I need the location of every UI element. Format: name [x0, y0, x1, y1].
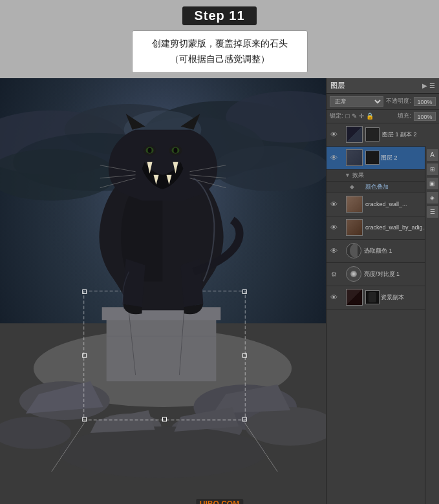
layer-visibility-icon[interactable]: 👁: [329, 153, 338, 162]
canvas-area[interactable]: [0, 78, 326, 504]
instruction-box: 创建剪切蒙版，覆盖掉原来的石头 （可根据自己感觉调整）: [132, 30, 308, 73]
layers-panel-header: 图层 ▶ ☰: [327, 78, 439, 94]
scene-svg: [0, 78, 326, 504]
layer-visibility-icon[interactable]: 👁: [329, 200, 338, 209]
layer-row[interactable]: ⚙ 亮度/对比度 1: [327, 263, 439, 286]
opacity-value[interactable]: 100%: [414, 97, 436, 106]
instruction-area: Step 11 创建剪切蒙版，覆盖掉原来的石头 （可根据自己感觉调整）: [0, 0, 439, 78]
layer-row[interactable]: 👁 图层 2 fx: [327, 147, 439, 170]
layer-mask-thumbnail: [365, 151, 380, 165]
effect-name: 颜色叠加: [356, 183, 389, 191]
layer-link-icon: [339, 294, 346, 300]
lock-label: 锁定:: [330, 112, 343, 120]
layer-link-icon: [339, 247, 346, 254]
layer-link-icon: [339, 131, 346, 138]
canvas-image: [0, 78, 326, 504]
layer-mask-thumbnail: [365, 290, 380, 304]
layers-panel: 图层 ▶ ☰ 正常 不透明度: 100% 锁定: □ ✎ ✛ 🔒 填充: 10: [326, 78, 439, 504]
layer-link-icon: [339, 201, 346, 207]
svg-point-42: [148, 147, 152, 152]
effects-group-row: ▼ 效果: [327, 170, 439, 182]
effects-arrow-icon: ▼: [345, 172, 350, 178]
layer-mode-row: 正常 不透明度: 100%: [327, 94, 439, 110]
lock-icons: □ ✎ ✛ 🔒: [346, 112, 374, 120]
layer-thumbnail: [346, 243, 361, 258]
layer-thumbnail: [346, 149, 363, 166]
layer-row[interactable]: 👁 资景副本: [327, 286, 439, 310]
lock-move-icon[interactable]: ✛: [359, 112, 364, 120]
svg-point-45: [173, 147, 177, 152]
layer-thumbnail: [346, 219, 363, 236]
lock-paint-icon[interactable]: ✎: [352, 112, 357, 120]
instruction-line1: 创建剪切蒙版，覆盖掉原来的石头: [152, 36, 288, 52]
layer-visibility-icon[interactable]: 👁: [329, 293, 338, 302]
layer-thumbnail: [346, 126, 363, 143]
fill-label: 填充:: [398, 112, 411, 120]
svg-rect-24: [107, 310, 217, 381]
layers-list[interactable]: 👁 图层 1 副本 2 👁 图层 2 fx ▼ 效果 ◆: [327, 123, 439, 504]
layer-link-icon: [339, 154, 346, 161]
lock-transparency-icon[interactable]: □: [346, 112, 350, 120]
fill-value[interactable]: 100%: [414, 112, 436, 121]
toolbar-icon-3[interactable]: ▣: [427, 178, 438, 189]
far-right-toolbar: A ⊞ ▣ ◈ ☰: [425, 146, 439, 504]
layer-link-icon: [339, 271, 346, 277]
layers-collapse-icon[interactable]: ▶: [422, 82, 427, 89]
blend-mode-select[interactable]: 正常: [330, 96, 383, 107]
layer-name: 图层 2: [381, 154, 431, 162]
layers-header-icons: ▶ ☰: [422, 82, 435, 89]
layer-name: 图层 1 副本 2: [382, 131, 436, 139]
svg-point-19: [59, 426, 266, 478]
toolbar-icon-1[interactable]: A: [427, 149, 438, 161]
layer-visibility-icon[interactable]: 👁: [329, 223, 338, 232]
layer-thumbnail: [346, 196, 363, 213]
toolbar-icon-2[interactable]: ⊞: [427, 163, 438, 175]
main-content: 图层 ▶ ☰ 正常 不透明度: 100% 锁定: □ ✎ ✛ 🔒 填充: 10: [0, 78, 439, 504]
toolbar-icon-5[interactable]: ☰: [427, 206, 438, 218]
layer-visibility-icon[interactable]: ⚙: [329, 269, 338, 278]
lock-row: 锁定: □ ✎ ✛ 🔒 填充: 100%: [327, 110, 439, 123]
layer-mask-thumbnail: [365, 127, 380, 142]
layers-panel-title: 图层: [330, 81, 345, 90]
instruction-line2: （可根据自己感觉调整）: [152, 52, 288, 67]
effects-group-name: 效果: [352, 171, 364, 180]
layer-row[interactable]: 👁 选取颜色 1: [327, 240, 439, 263]
layer-row[interactable]: 👁 cracked_wall_by_adig...: [327, 216, 439, 240]
effect-diamond-icon: ◆: [350, 184, 354, 190]
svg-point-9: [213, 145, 326, 191]
layer-row[interactable]: 👁 cracked_wall_...: [327, 193, 439, 216]
opacity-label: 不透明度:: [386, 97, 411, 105]
lock-all-icon[interactable]: 🔒: [366, 112, 374, 120]
layer-thumbnail: [346, 289, 363, 306]
step-label: Step 11: [182, 6, 256, 25]
layer-visibility-icon[interactable]: 👁: [329, 130, 338, 139]
toolbar-icon-4[interactable]: ◈: [427, 192, 438, 204]
effect-row: ◆ 颜色叠加: [327, 182, 439, 193]
layer-row[interactable]: 👁 图层 1 副本 2: [327, 123, 439, 147]
watermark: UIBQ.COM: [196, 499, 243, 504]
layer-thumbnail: [346, 266, 361, 282]
layers-menu-icon[interactable]: ☰: [429, 82, 435, 89]
layer-link-icon: [339, 224, 346, 231]
layer-visibility-icon[interactable]: 👁: [329, 246, 338, 255]
